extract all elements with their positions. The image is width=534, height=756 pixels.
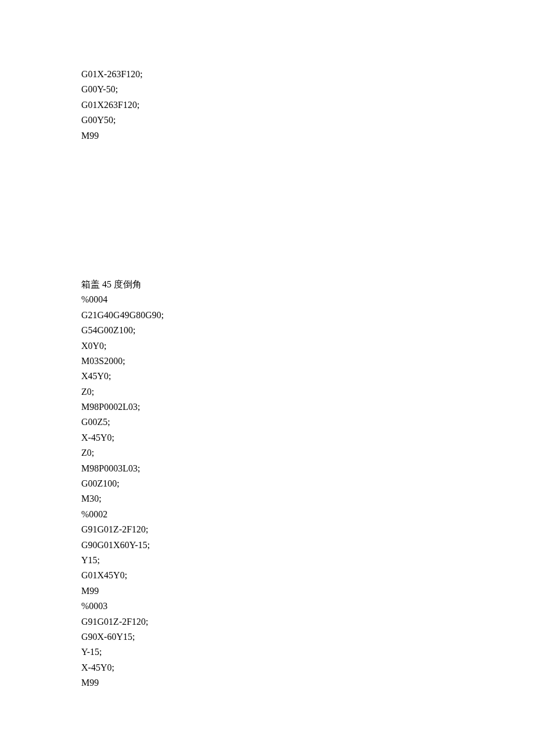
code-line: G54G00Z100; [81,323,534,338]
section-title: 箱盖 45 度倒角 [81,277,534,292]
code-line: G00Y-50; [81,82,534,97]
title-suffix: 度倒角 [111,279,142,289]
code-line: Z0; [81,445,534,460]
code-line: Y-15; [81,645,534,660]
code-line: Z0; [81,384,534,399]
code-line: %0004 [81,292,534,307]
code-line: G90X-60Y15; [81,629,534,645]
code-line: G00Z100; [81,476,534,491]
code-line: G01X-263F120; [81,67,534,82]
code-line: %0002 [81,507,534,522]
code-line: G21G40G49G80G90; [81,308,534,323]
code-line: M99 [81,128,534,143]
code-line: G00Y50; [81,113,534,128]
code-line: M98P0002L03; [81,399,534,415]
code-line: M30; [81,491,534,506]
code-line: X-45Y0; [81,660,534,675]
code-line: %0003 [81,599,534,614]
title-prefix: 箱盖 [81,279,102,289]
code-line: G00Z5; [81,415,534,430]
code-line: X0Y0; [81,339,534,354]
code-line: G91G01Z-2F120; [81,614,534,629]
code-line: X-45Y0; [81,430,534,445]
code-line: M99 [81,584,534,599]
code-line: M03S2000; [81,354,534,369]
code-line: G90G01X60Y-15; [81,538,534,553]
code-line: G91G01Z-2F120; [81,522,534,537]
code-line: G01X45Y0; [81,568,534,583]
code-block-2: 箱盖 45 度倒角 %0004 G21G40G49G80G90; G54G00Z… [81,277,534,691]
code-line: X45Y0; [81,369,534,384]
spacer [81,143,534,277]
code-line: M99 [81,675,534,690]
code-line: M98P0003L03; [81,461,534,476]
title-number: 45 [102,279,111,289]
code-line: G01X263F120; [81,98,534,113]
code-block-1: G01X-263F120; G00Y-50; G01X263F120; G00Y… [81,67,534,143]
code-line: Y15; [81,553,534,568]
